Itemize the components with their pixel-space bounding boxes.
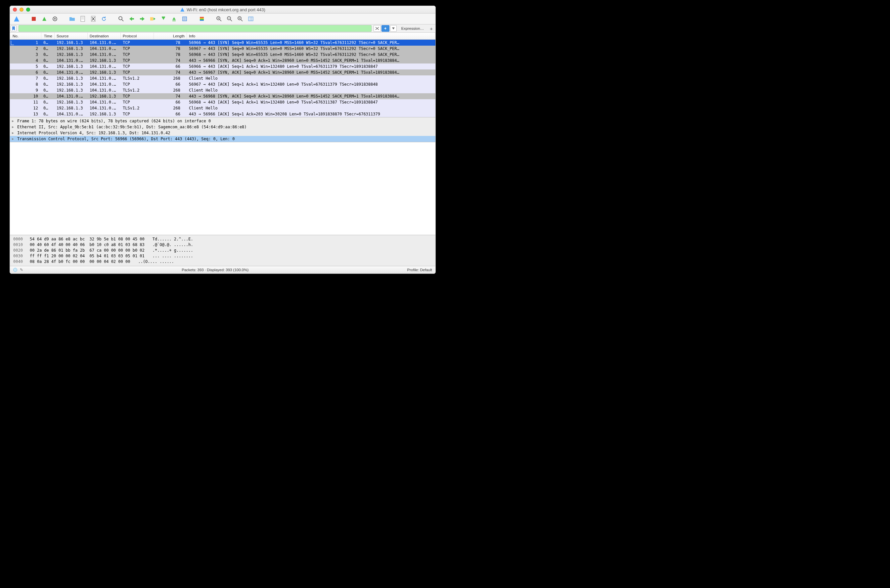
save-file-icon[interactable] bbox=[79, 15, 87, 23]
display-filter-bar: Expression… + bbox=[10, 24, 435, 33]
zoom-out-icon[interactable] bbox=[226, 15, 234, 23]
display-filter-input[interactable] bbox=[18, 25, 372, 32]
svg-rect-15 bbox=[162, 16, 165, 17]
hex-line[interactable]: 000054 64 d9 aa 86 e8 ac bc 32 9b 5e b1 … bbox=[13, 237, 432, 242]
svg-rect-13 bbox=[140, 18, 142, 20]
col-no[interactable]: No. bbox=[10, 33, 41, 39]
edit-capture-comment-icon[interactable]: ✎ bbox=[20, 267, 23, 272]
svg-point-32 bbox=[238, 16, 241, 20]
svg-rect-14 bbox=[150, 17, 153, 21]
packet-row[interactable]: 110…192.168.1.3104.131.0.…TCP6656968 → 4… bbox=[10, 99, 435, 105]
apply-filter-button[interactable] bbox=[381, 25, 389, 32]
packet-bytes-pane[interactable]: 000054 64 d9 aa 86 e8 ac bc 32 9b 5e b1 … bbox=[10, 235, 435, 266]
packet-row[interactable]: 100…104.131.0.…192.168.1.3TCP74443 → 569… bbox=[10, 93, 435, 99]
go-to-first-icon[interactable] bbox=[159, 15, 167, 23]
expression-button[interactable]: Expression… bbox=[399, 27, 426, 30]
minimize-icon[interactable] bbox=[20, 8, 24, 12]
detail-frame[interactable]: ▶Frame 1: 78 bytes on wire (624 bits), 7… bbox=[10, 118, 435, 124]
packet-row[interactable]: 20…192.168.1.3104.131.0.…TCP7856967 → 44… bbox=[10, 46, 435, 52]
details-blank-area bbox=[10, 142, 435, 235]
col-source[interactable]: Source bbox=[55, 33, 88, 39]
close-file-icon[interactable] bbox=[89, 15, 97, 23]
open-file-icon[interactable] bbox=[68, 15, 76, 23]
col-destination[interactable]: Destination bbox=[88, 33, 121, 39]
app-fin-icon bbox=[180, 7, 185, 12]
packet-row[interactable]: 80…192.168.1.3104.131.0.…TCP6656967 → 44… bbox=[10, 81, 435, 87]
hex-line[interactable]: 001000 40 60 4f 40 00 40 06 b0 10 c0 a8 … bbox=[13, 242, 432, 248]
col-info[interactable]: Info bbox=[187, 33, 435, 39]
svg-point-2 bbox=[54, 18, 56, 20]
clear-filter-button[interactable] bbox=[374, 25, 381, 32]
svg-line-33 bbox=[241, 20, 243, 21]
packet-list[interactable]: No. Time Source Destination Protocol Len… bbox=[10, 33, 435, 117]
find-packet-icon[interactable] bbox=[117, 15, 125, 23]
svg-rect-3 bbox=[81, 16, 85, 21]
restart-capture-icon[interactable] bbox=[41, 15, 48, 23]
app-fin-icon[interactable] bbox=[13, 15, 21, 23]
status-packets: Packets: 393 · Displayed: 393 (100.0%) bbox=[182, 268, 248, 272]
hex-line[interactable]: 004008 0a 28 4f b0 fc 00 00 00 00 04 02 … bbox=[13, 259, 432, 265]
packet-row[interactable]: 60…104.131.0.…192.168.1.3TCP74443 → 5696… bbox=[10, 69, 435, 75]
go-back-icon[interactable] bbox=[128, 15, 136, 23]
titlebar: Wi-Fi: en0 (host mkcert.org and port 443… bbox=[10, 6, 435, 14]
status-bar: ✎ Packets: 393 · Displayed: 393 (100.0%)… bbox=[10, 266, 435, 273]
colorize-icon[interactable] bbox=[198, 15, 206, 23]
packet-list-header: No. Time Source Destination Protocol Len… bbox=[10, 33, 435, 40]
svg-point-10 bbox=[119, 16, 122, 20]
packet-row[interactable]: 40…104.131.0.…192.168.1.3TCP74443 → 5696… bbox=[10, 57, 435, 63]
window-title: Wi-Fi: en0 (host mkcert.org and port 443… bbox=[187, 7, 265, 12]
col-length[interactable]: Length bbox=[154, 33, 187, 39]
packet-row[interactable]: 50…192.168.1.3104.131.0.…TCP6656966 → 44… bbox=[10, 63, 435, 69]
svg-rect-0 bbox=[32, 17, 36, 21]
resize-columns-icon[interactable] bbox=[247, 15, 255, 23]
svg-rect-16 bbox=[173, 21, 176, 21]
detail-tcp[interactable]: ▶Transmission Control Protocol, Src Port… bbox=[10, 136, 435, 142]
svg-rect-22 bbox=[200, 18, 204, 19]
zoom-reset-icon[interactable] bbox=[236, 15, 244, 23]
app-window: Wi-Fi: en0 (host mkcert.org and port 443… bbox=[10, 6, 436, 274]
hex-line[interactable]: 0030ff ff f1 20 00 00 02 04 05 b4 01 03 … bbox=[13, 254, 432, 259]
go-forward-icon[interactable] bbox=[138, 15, 146, 23]
packet-row[interactable]: 10…192.168.1.3104.131.0.…TCP7856966 → 44… bbox=[10, 40, 435, 46]
svg-rect-36 bbox=[248, 17, 253, 21]
add-filter-button[interactable]: + bbox=[428, 26, 434, 32]
detail-eth[interactable]: ▶Ethernet II, Src: Apple_9b:5e:b1 (ac:bc… bbox=[10, 124, 435, 130]
col-protocol[interactable]: Protocol bbox=[121, 33, 154, 39]
packet-row[interactable]: 120…192.168.1.3104.131.0.…TLSv1.2268Clie… bbox=[10, 105, 435, 111]
go-to-last-icon[interactable] bbox=[170, 15, 178, 23]
svg-line-26 bbox=[220, 20, 221, 21]
svg-line-11 bbox=[122, 20, 123, 21]
status-profile[interactable]: Profile: Default bbox=[407, 268, 432, 272]
capture-options-icon[interactable] bbox=[51, 15, 59, 23]
main-toolbar bbox=[10, 14, 435, 24]
go-to-packet-icon[interactable] bbox=[149, 15, 157, 23]
stop-capture-icon[interactable] bbox=[30, 15, 38, 23]
packet-row[interactable]: 90…192.168.1.3104.131.0.…TLSv1.2268Clien… bbox=[10, 87, 435, 93]
svg-rect-23 bbox=[200, 19, 204, 20]
zoom-icon[interactable] bbox=[26, 8, 30, 12]
filter-bookmark-icon[interactable] bbox=[11, 26, 17, 32]
svg-line-30 bbox=[230, 20, 232, 21]
filter-history-dropdown[interactable] bbox=[390, 25, 397, 32]
reload-file-icon[interactable] bbox=[100, 15, 108, 23]
packet-row[interactable]: 30…192.168.1.3104.131.0.…TCP7856968 → 44… bbox=[10, 52, 435, 57]
hex-line[interactable]: 002000 2a de 86 01 bb fa 2b 67 ca 00 00 … bbox=[13, 248, 432, 254]
expert-info-icon[interactable] bbox=[13, 268, 17, 272]
autoscroll-icon[interactable] bbox=[181, 15, 189, 23]
close-icon[interactable] bbox=[13, 8, 17, 12]
window-controls bbox=[13, 8, 30, 12]
detail-ip[interactable]: ▶Internet Protocol Version 4, Src: 192.1… bbox=[10, 130, 435, 136]
packet-details-pane[interactable]: ▶Frame 1: 78 bytes on wire (624 bits), 7… bbox=[10, 117, 435, 142]
zoom-in-icon[interactable] bbox=[215, 15, 223, 23]
packet-row[interactable]: 70…192.168.1.3104.131.0.…TLSv1.2268Clien… bbox=[10, 75, 435, 81]
packet-row[interactable]: 130…104.131.0.…192.168.1.3TCP66443 → 569… bbox=[10, 111, 435, 117]
col-time[interactable]: Time bbox=[41, 33, 55, 39]
svg-rect-24 bbox=[200, 20, 204, 21]
svg-rect-12 bbox=[132, 18, 134, 20]
svg-rect-21 bbox=[200, 17, 204, 18]
